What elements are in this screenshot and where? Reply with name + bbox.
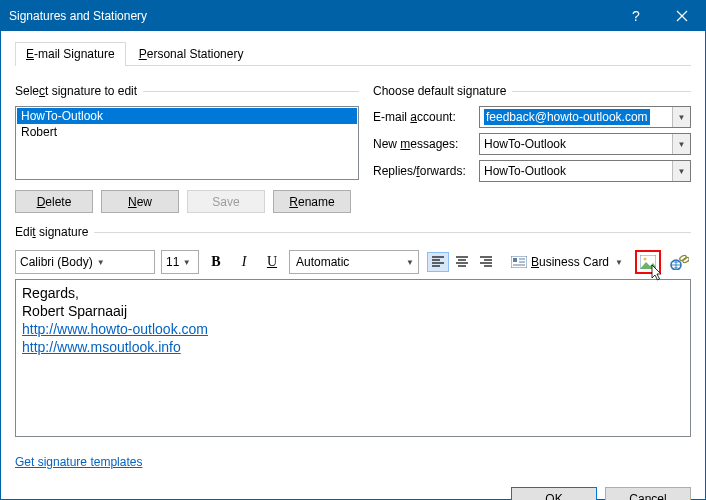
tab-personal-stationery[interactable]: Personal Stationery [128, 42, 255, 66]
email-account-select[interactable]: feedback@howto-outlook.com ▼ [479, 106, 691, 128]
select-signature-section: Select signature to edit HowTo-Outlook R… [15, 84, 359, 215]
edit-signature-legend: Edit signature [15, 225, 94, 239]
chevron-down-icon: ▼ [93, 251, 109, 273]
align-right-button[interactable] [475, 252, 497, 272]
new-button[interactable]: New [101, 190, 179, 213]
tab-row: E-mail Signature Personal Stationery [15, 41, 691, 66]
ok-button[interactable]: OK [511, 487, 597, 500]
font-select[interactable]: Calibri (Body) ▼ [15, 250, 155, 274]
chevron-down-icon: ▼ [615, 258, 623, 267]
align-center-icon [455, 256, 469, 268]
replies-forwards-select[interactable]: HowTo-Outlook ▼ [479, 160, 691, 182]
new-messages-select[interactable]: HowTo-Outlook ▼ [479, 133, 691, 155]
chevron-down-icon: ▼ [672, 107, 690, 127]
editor-line: Regards, [22, 284, 684, 302]
picture-icon [640, 255, 656, 269]
help-button[interactable]: ? [613, 1, 659, 31]
editor-link[interactable]: http://www.howto-outlook.com [22, 321, 208, 337]
svg-rect-1 [513, 258, 517, 262]
editor-link[interactable]: http://www.msoutlook.info [22, 339, 181, 355]
svg-point-3 [643, 257, 646, 260]
svg-point-6 [682, 257, 689, 264]
business-card-button[interactable]: Business Card ▼ [505, 251, 629, 273]
bold-button[interactable]: B [205, 251, 227, 273]
list-item[interactable]: Robert [17, 124, 357, 140]
close-icon [676, 10, 688, 22]
save-button: Save [187, 190, 265, 213]
default-signature-section: Choose default signature E-mail account:… [373, 84, 691, 189]
chevron-down-icon: ▼ [402, 251, 418, 273]
get-templates-link[interactable]: Get signature templates [15, 455, 142, 469]
signature-editor[interactable]: Regards, Robert Sparnaaij http://www.how… [15, 279, 691, 437]
editor-toolbar: Calibri (Body) ▼ 11 ▼ B I U Automatic ▼ [15, 247, 691, 277]
dialog-footer: OK Cancel [1, 479, 705, 500]
align-left-icon [431, 256, 445, 268]
chevron-down-icon: ▼ [672, 161, 690, 181]
edit-signature-section: Edit signature Calibri (Body) ▼ 11 ▼ B I… [15, 225, 691, 439]
list-item[interactable]: HowTo-Outlook [17, 108, 357, 124]
align-right-icon [479, 256, 493, 268]
select-signature-legend: Select signature to edit [15, 84, 143, 98]
underline-button[interactable]: U [261, 251, 283, 273]
titlebar: Signatures and Stationery ? [1, 1, 705, 31]
cancel-button[interactable]: Cancel [605, 487, 691, 500]
insert-hyperlink-button[interactable] [667, 251, 691, 273]
business-card-icon [511, 256, 527, 268]
window-title: Signatures and Stationery [9, 9, 613, 23]
font-color-select[interactable]: Automatic ▼ [289, 250, 419, 274]
default-signature-legend: Choose default signature [373, 84, 512, 98]
align-group [425, 250, 499, 274]
align-left-button[interactable] [427, 252, 449, 272]
close-button[interactable] [659, 1, 705, 31]
insert-picture-button[interactable] [635, 250, 661, 274]
rename-button[interactable]: Rename [273, 190, 351, 213]
tab-email-signature[interactable]: E-mail Signature [15, 42, 126, 66]
delete-button[interactable]: Delete [15, 190, 93, 213]
hyperlink-icon [669, 254, 689, 270]
font-size-select[interactable]: 11 ▼ [161, 250, 199, 274]
new-messages-label: New messages: [373, 137, 479, 151]
chevron-down-icon: ▼ [672, 134, 690, 154]
align-center-button[interactable] [451, 252, 473, 272]
chevron-down-icon: ▼ [179, 251, 194, 273]
editor-line: Robert Sparnaaij [22, 302, 684, 320]
email-account-label: E-mail account: [373, 110, 479, 124]
italic-button[interactable]: I [233, 251, 255, 273]
signature-listbox[interactable]: HowTo-Outlook Robert [15, 106, 359, 180]
dialog-window: Signatures and Stationery ? E-mail Signa… [0, 0, 706, 500]
replies-forwards-label: Replies/forwards: [373, 164, 479, 178]
